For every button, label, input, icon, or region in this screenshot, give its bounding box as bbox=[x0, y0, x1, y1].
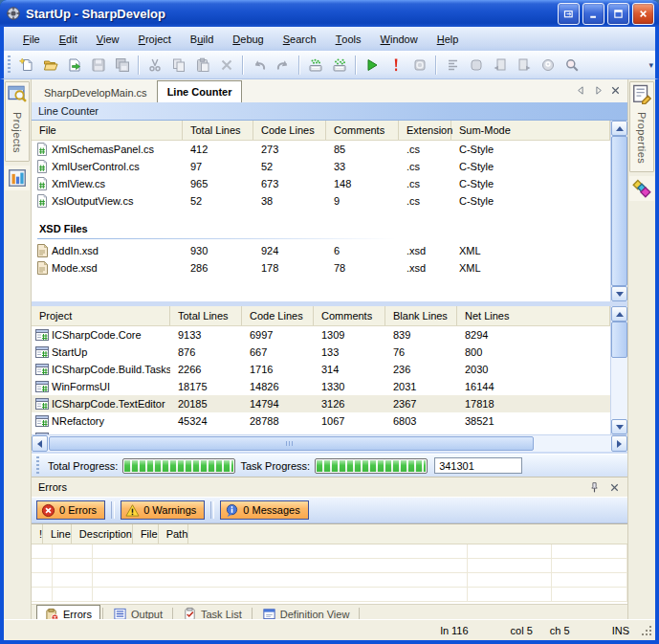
table-row[interactable]: ICSharpCode.Build.Tasks22661716314236203… bbox=[32, 361, 610, 378]
column-header-description[interactable]: Description bbox=[72, 524, 133, 544]
close-button[interactable] bbox=[609, 84, 622, 99]
sidebar-tab-toolbox[interactable] bbox=[629, 176, 654, 201]
row-cell: .cs bbox=[399, 195, 451, 207]
nav-right-button[interactable] bbox=[592, 84, 604, 99]
tab-label: Output bbox=[131, 609, 163, 620]
empty-cell bbox=[468, 544, 552, 559]
scrollbar-thumb[interactable] bbox=[611, 322, 627, 358]
table-row[interactable]: WinFormsUI18175148261330203116144 bbox=[32, 378, 610, 395]
table-row[interactable]: NRefactory45324287881067680338521 bbox=[32, 412, 610, 430]
projects-scrollbar[interactable] bbox=[610, 306, 627, 434]
close-icon bbox=[609, 84, 622, 97]
table-row[interactable]: XmlUserControl.cs975233.csC-Style bbox=[32, 158, 610, 175]
total-progress-label: Total Progress: bbox=[48, 460, 118, 472]
scroll-right-button[interactable] bbox=[611, 435, 627, 452]
scroll-left-button[interactable] bbox=[32, 435, 48, 452]
errors-panel: Errors 0 Errors0 Warnings0 Messages !Lin… bbox=[32, 477, 627, 604]
column-header-comments[interactable]: Comments bbox=[314, 306, 385, 325]
column-header-sum-mode[interactable]: Sum-Mode bbox=[451, 121, 610, 140]
table-row[interactable]: XmlSchemasPanel.cs41227385.csC-Style bbox=[32, 141, 610, 158]
column-header-project[interactable]: Project bbox=[32, 306, 170, 325]
menu-window[interactable]: Window bbox=[371, 27, 428, 51]
close-button[interactable] bbox=[632, 3, 654, 25]
sidebar-tab-properties[interactable]: Properties bbox=[629, 81, 654, 172]
save-as-button[interactable] bbox=[63, 55, 85, 76]
nav-left-button[interactable] bbox=[575, 84, 587, 99]
menu-project[interactable]: Project bbox=[129, 27, 181, 51]
toolbar-overflow-chevron[interactable]: ▾ bbox=[648, 60, 653, 70]
row-label: XmlView.cs bbox=[52, 178, 105, 189]
menu-build[interactable]: Build bbox=[181, 27, 223, 51]
stop-button bbox=[408, 55, 430, 76]
column-header-comments[interactable]: Comments bbox=[326, 121, 399, 140]
detach-window-button[interactable] bbox=[558, 3, 580, 25]
menu-help[interactable]: Help bbox=[428, 27, 469, 51]
open-folder-button[interactable] bbox=[39, 55, 61, 76]
column-header-total-lines[interactable]: Total Lines bbox=[183, 121, 253, 140]
column-header-path[interactable]: Path bbox=[159, 524, 189, 544]
pin-icon[interactable] bbox=[588, 481, 601, 494]
save-icon bbox=[91, 57, 106, 73]
toolbar-grip[interactable] bbox=[8, 56, 11, 75]
search-button[interactable] bbox=[560, 55, 582, 76]
rebuild-button[interactable] bbox=[328, 55, 350, 76]
tab-sharpdevelopmain-cs[interactable]: SharpDevelopMain.cs bbox=[34, 83, 157, 102]
title-bar[interactable]: StartUp - SharpDevelop bbox=[0, 0, 659, 27]
menu-file[interactable]: File bbox=[13, 27, 50, 51]
menu-debug[interactable]: Debug bbox=[223, 27, 273, 51]
minimize-button[interactable] bbox=[582, 3, 604, 25]
table-row[interactable]: StartUp87666713376800 bbox=[32, 344, 610, 361]
menu-edit[interactable]: Edit bbox=[50, 27, 87, 51]
help-icon bbox=[540, 57, 556, 73]
scroll-down-button[interactable] bbox=[611, 286, 627, 301]
column-header-line[interactable]: Line bbox=[43, 524, 72, 544]
menu-view[interactable]: View bbox=[87, 27, 129, 51]
menu-search[interactable]: Search bbox=[274, 27, 326, 51]
column-header-code-lines[interactable]: Code Lines bbox=[242, 306, 314, 325]
column-header-file[interactable]: File bbox=[133, 524, 159, 544]
project-scout-icon bbox=[7, 83, 28, 104]
new-file-button[interactable] bbox=[15, 55, 37, 76]
table-row[interactable]: XslOutputView.cs52389.csC-Style bbox=[32, 192, 610, 210]
table-row[interactable]: Mode.xsd28617878.xsdXML bbox=[32, 259, 610, 277]
column-header-total-lines[interactable]: Total Lines bbox=[170, 306, 242, 325]
files-scrollbar[interactable] bbox=[610, 121, 627, 301]
table-row[interactable]: AddIn.xsd9309246.xsdXML bbox=[32, 242, 610, 259]
statusbar-grip[interactable] bbox=[36, 456, 39, 476]
errors-panel-titlebar: Errors bbox=[32, 477, 627, 497]
run-button[interactable] bbox=[361, 55, 383, 76]
maximize-button[interactable] bbox=[607, 3, 629, 25]
abort-button[interactable] bbox=[384, 55, 406, 76]
table-header-row: ProjectTotal LinesCode LinesCommentsBlan… bbox=[32, 306, 610, 326]
0-messages-filter-button[interactable]: 0 Messages bbox=[220, 500, 308, 520]
sidebar-tab-projects[interactable]: Projects bbox=[5, 81, 30, 162]
scroll-up-button[interactable] bbox=[611, 121, 627, 136]
table-header-row: FileTotal LinesCode LinesCommentsExtensi… bbox=[32, 121, 610, 141]
column-header-blank-lines[interactable]: Blank Lines bbox=[385, 306, 457, 325]
column-header-net-lines[interactable]: Net Lines bbox=[457, 306, 610, 325]
empty-error-row bbox=[32, 588, 627, 602]
table-row[interactable]: XmlView.cs965673148.csC-Style bbox=[32, 175, 610, 192]
table-row[interactable]: ICSharpCode.Core9133699713098398294 bbox=[32, 326, 610, 344]
column-header-code-lines[interactable]: Code Lines bbox=[253, 121, 326, 140]
scroll-up-button[interactable] bbox=[611, 306, 627, 322]
0-errors-filter-button[interactable]: 0 Errors bbox=[36, 500, 105, 520]
scroll-down-button[interactable] bbox=[611, 419, 627, 434]
column-header-file[interactable]: File bbox=[32, 121, 183, 140]
row-cell: .cs bbox=[399, 144, 451, 155]
row-cell: 800 bbox=[457, 346, 610, 358]
table-row[interactable]: ICSharpCode.TextEditor201851479431262367… bbox=[32, 395, 610, 412]
0-warnings-filter-button[interactable]: 0 Warnings bbox=[121, 500, 205, 520]
tab-line-counter[interactable]: Line Counter bbox=[157, 80, 243, 102]
horizontal-scrollbar[interactable] bbox=[32, 434, 627, 452]
column-header-extension[interactable]: Extension bbox=[399, 121, 451, 140]
close-icon[interactable] bbox=[608, 481, 621, 494]
build-button[interactable] bbox=[304, 55, 326, 76]
column-header-[interactable]: ! bbox=[32, 524, 43, 544]
scrollbar-thumb[interactable] bbox=[611, 136, 627, 286]
sidebar-tab-classes[interactable] bbox=[5, 166, 30, 190]
scrollbar-thumb[interactable] bbox=[49, 436, 534, 451]
abort-icon bbox=[388, 57, 404, 73]
menu-tools[interactable]: Tools bbox=[326, 27, 371, 51]
resize-grip[interactable] bbox=[641, 625, 652, 636]
